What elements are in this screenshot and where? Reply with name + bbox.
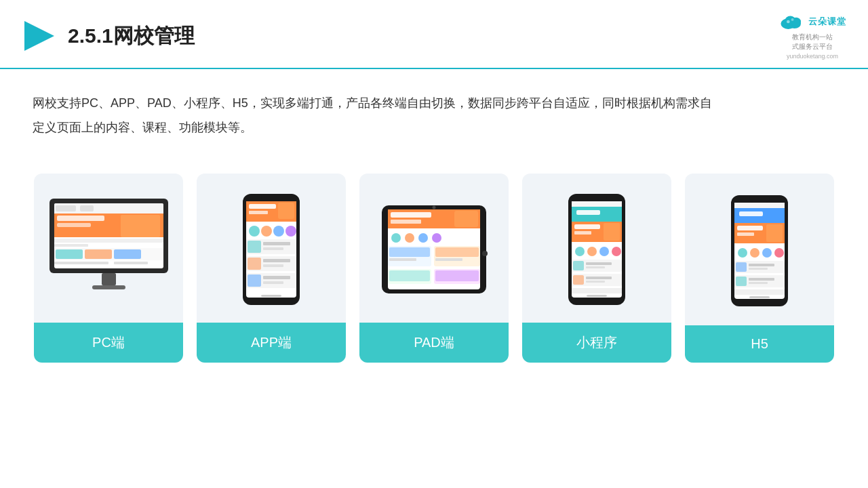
svg-rect-39 [263, 242, 290, 245]
card-app-label: APP端 [197, 323, 346, 363]
card-pad: PAD端 [359, 174, 509, 363]
svg-rect-48 [263, 281, 283, 284]
svg-rect-99 [734, 203, 785, 208]
svg-rect-113 [749, 268, 768, 270]
svg-rect-94 [572, 288, 622, 293]
svg-rect-89 [586, 266, 605, 268]
svg-point-106 [738, 248, 747, 258]
svg-rect-10 [56, 205, 76, 211]
svg-rect-63 [389, 258, 416, 261]
svg-rect-79 [574, 224, 600, 229]
logo-cloud: 云朵课堂 [778, 12, 846, 31]
svg-rect-77 [576, 210, 600, 215]
cards-container: PC端 [0, 146, 868, 363]
svg-rect-93 [586, 281, 605, 283]
card-h5-image [685, 174, 834, 325]
svg-rect-119 [749, 296, 770, 298]
svg-rect-111 [736, 262, 747, 272]
card-h5-label: H5 [685, 325, 834, 363]
svg-rect-17 [54, 244, 88, 247]
svg-rect-30 [249, 204, 276, 209]
svg-rect-28 [261, 194, 281, 201]
logo-url: yunduoketang.com [787, 53, 838, 60]
card-miniprogram-label: 小程序 [522, 323, 671, 363]
description-text: 网校支持PC、APP、PAD、小程序、H5，实现多端打通，产品各终端自由切换，数… [0, 69, 746, 140]
svg-rect-54 [391, 212, 431, 218]
svg-rect-68 [389, 270, 430, 281]
svg-rect-98 [749, 195, 770, 202]
svg-rect-55 [391, 220, 421, 224]
card-h5: H5 [685, 174, 834, 363]
svg-rect-66 [435, 258, 462, 261]
svg-marker-0 [24, 21, 54, 51]
svg-rect-43 [263, 259, 290, 262]
svg-point-34 [261, 226, 272, 237]
pad-device-icon [380, 199, 488, 300]
svg-rect-38 [248, 241, 261, 253]
svg-rect-24 [102, 273, 116, 285]
svg-rect-19 [56, 249, 83, 259]
app-device-icon [241, 192, 302, 307]
svg-rect-81 [604, 223, 620, 241]
svg-rect-91 [573, 275, 584, 285]
svg-rect-20 [85, 249, 112, 259]
svg-point-6 [791, 18, 794, 21]
svg-rect-101 [739, 211, 763, 216]
svg-rect-22 [54, 262, 108, 264]
svg-rect-23 [114, 262, 148, 264]
svg-rect-11 [80, 205, 94, 211]
svg-point-36 [285, 226, 296, 237]
page-title: 2.5.1网校管理 [68, 22, 195, 50]
svg-rect-92 [586, 277, 612, 279]
svg-rect-115 [736, 277, 747, 286]
card-pc-image [34, 174, 183, 323]
svg-rect-62 [389, 247, 430, 257]
svg-point-35 [273, 226, 284, 237]
cloud-icon [778, 12, 804, 31]
svg-rect-118 [734, 289, 785, 295]
svg-rect-47 [263, 276, 290, 279]
svg-rect-46 [248, 274, 261, 287]
header-left: 2.5.1网校管理 [22, 18, 195, 54]
svg-rect-74 [587, 194, 607, 201]
svg-rect-80 [574, 231, 591, 235]
svg-rect-14 [57, 223, 91, 227]
svg-rect-32 [278, 203, 294, 219]
miniprogram-device-icon [566, 192, 627, 307]
logo-name: 云朵课堂 [808, 16, 846, 28]
svg-point-60 [432, 233, 441, 243]
svg-point-82 [575, 247, 585, 256]
svg-point-33 [249, 226, 260, 237]
play-icon [22, 18, 57, 54]
card-miniprogram: 小程序 [522, 174, 671, 363]
logo-tagline: 教育机构一站式服务云平台 [792, 33, 833, 52]
card-pc: PC端 [34, 174, 183, 363]
svg-point-5 [787, 20, 790, 24]
svg-point-85 [612, 247, 621, 256]
svg-rect-31 [249, 211, 268, 214]
svg-rect-42 [248, 258, 261, 270]
svg-point-57 [391, 233, 401, 243]
card-app-image [197, 174, 346, 323]
svg-point-109 [774, 248, 784, 258]
svg-point-59 [418, 233, 428, 243]
svg-point-108 [762, 248, 772, 258]
card-pc-label: PC端 [34, 323, 183, 363]
header: 2.5.1网校管理 云朵课堂 教育机构一站式服务云平台 yunduoketang… [0, 0, 868, 69]
svg-rect-87 [573, 261, 584, 270]
pc-device-icon [46, 195, 172, 304]
card-miniprogram-image [522, 174, 671, 323]
svg-rect-21 [114, 249, 141, 259]
svg-rect-49 [261, 295, 281, 297]
svg-point-84 [599, 247, 609, 256]
logo-area: 云朵课堂 教育机构一站式服务云平台 yunduoketang.com [778, 12, 846, 60]
svg-rect-95 [587, 295, 607, 297]
card-app: APP端 [197, 174, 346, 363]
svg-point-52 [433, 206, 436, 209]
svg-rect-65 [435, 247, 479, 257]
svg-rect-75 [572, 201, 622, 207]
svg-rect-105 [766, 224, 783, 242]
svg-rect-112 [749, 264, 774, 266]
card-pad-image [359, 174, 509, 323]
svg-rect-116 [749, 278, 774, 281]
